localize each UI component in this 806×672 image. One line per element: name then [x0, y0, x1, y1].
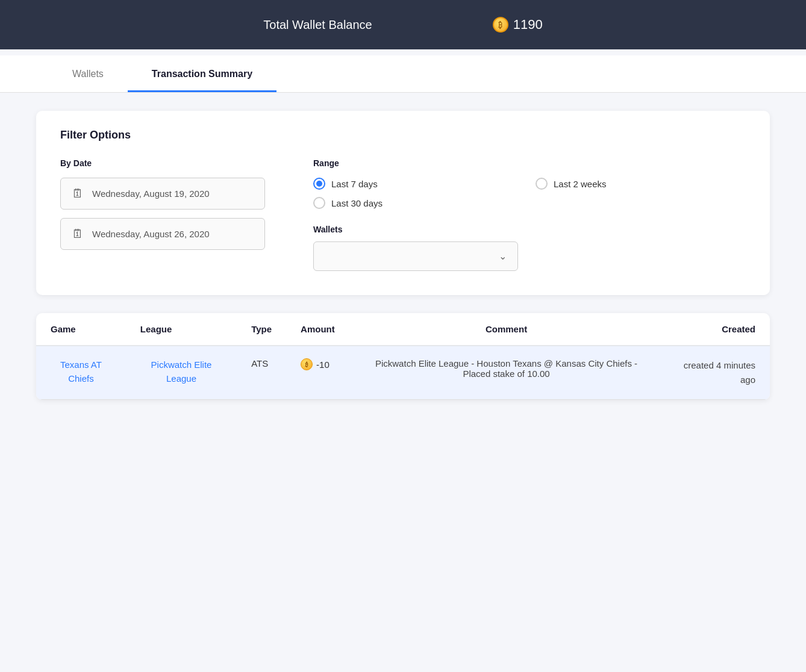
transactions-table-container: Game League Type Amount Comment Created … — [36, 313, 770, 400]
by-date-label: By Date — [60, 158, 265, 168]
wallet-header: Total Wallet Balance ₿ 1190 — [0, 0, 806, 49]
game-link[interactable]: Texans AT Chiefs — [51, 358, 111, 385]
transactions-table: Game League Type Amount Comment Created … — [36, 313, 770, 400]
range-last2weeks-radio[interactable] — [536, 178, 548, 190]
range-options: Last 7 days Last 2 weeks Last 30 days — [313, 178, 746, 209]
date-end-value: Wednesday, August 26, 2020 — [92, 229, 210, 239]
range-last2weeks-label: Last 2 weeks — [554, 179, 607, 189]
range-label: Range — [313, 158, 746, 168]
row-created: created 4 minutes ago — [663, 346, 770, 400]
range-last2weeks-option[interactable]: Last 2 weeks — [536, 178, 746, 190]
wallet-balance-label: Total Wallet Balance — [263, 18, 372, 32]
row-league: Pickwatch Elite League — [126, 346, 237, 400]
table-row: Texans AT Chiefs Pickwatch Elite League … — [36, 346, 770, 400]
col-comment: Comment — [349, 313, 664, 346]
row-game: Texans AT Chiefs — [36, 346, 126, 400]
tab-wallets[interactable]: Wallets — [48, 55, 128, 92]
range-last7-label: Last 7 days — [331, 179, 378, 189]
wallets-select[interactable]: ⌄ — [313, 241, 518, 271]
filter-title: Filter Options — [60, 129, 746, 142]
type-value: ATS — [251, 358, 268, 369]
filter-body: By Date 🗓 Wednesday, August 19, 2020 🗓 W… — [60, 158, 746, 271]
filter-card: Filter Options By Date 🗓 Wednesday, Augu… — [36, 111, 770, 295]
tab-transaction-summary[interactable]: Transaction Summary — [128, 55, 276, 92]
calendar-start-icon: 🗓 — [72, 187, 84, 201]
tabs-container: Wallets Transaction Summary — [0, 55, 806, 93]
col-created: Created — [663, 313, 770, 346]
filter-date-section: By Date 🗓 Wednesday, August 19, 2020 🗓 W… — [60, 158, 265, 271]
comment-text: Pickwatch Elite League - Houston Texans … — [364, 358, 649, 379]
balance-number: 1190 — [513, 17, 543, 33]
main-content: Filter Options By Date 🗓 Wednesday, Augu… — [0, 93, 806, 418]
range-last30-label: Last 30 days — [331, 198, 383, 208]
range-last7-option[interactable]: Last 7 days — [313, 178, 523, 190]
range-last30-option[interactable]: Last 30 days — [313, 197, 523, 209]
range-last7-radio[interactable] — [313, 178, 325, 190]
col-league: League — [126, 313, 237, 346]
row-type: ATS — [237, 346, 286, 400]
wallets-label: Wallets — [313, 225, 746, 234]
chevron-down-icon: ⌄ — [499, 250, 507, 262]
row-comment: Pickwatch Elite League - Houston Texans … — [349, 346, 664, 400]
table-header-row: Game League Type Amount Comment Created — [36, 313, 770, 346]
amount-number: -10 — [316, 359, 330, 370]
date-end-input[interactable]: 🗓 Wednesday, August 26, 2020 — [60, 218, 265, 250]
date-start-value: Wednesday, August 19, 2020 — [92, 188, 210, 199]
col-amount: Amount — [286, 313, 349, 346]
amount-value: ₿ -10 — [301, 358, 335, 370]
filter-range-section: Range Last 7 days Last 2 weeks Last 30 d… — [313, 158, 746, 271]
created-text: created 4 minutes ago — [678, 358, 755, 387]
coin-small-icon: ₿ — [301, 358, 313, 370]
calendar-end-icon: 🗓 — [72, 227, 84, 241]
range-last30-radio[interactable] — [313, 197, 325, 209]
col-game: Game — [36, 313, 126, 346]
wallet-balance-value: ₿ 1190 — [493, 17, 543, 33]
row-amount: ₿ -10 — [286, 346, 349, 400]
coin-icon: ₿ — [493, 17, 508, 33]
league-link[interactable]: Pickwatch Elite League — [140, 358, 222, 385]
date-start-input[interactable]: 🗓 Wednesday, August 19, 2020 — [60, 178, 265, 210]
col-type: Type — [237, 313, 286, 346]
